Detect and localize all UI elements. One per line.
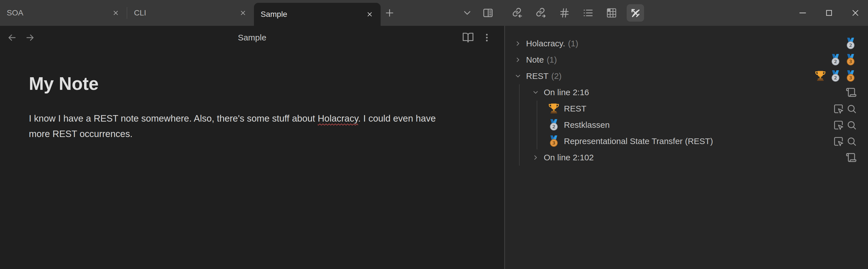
trophy-icon [814,70,827,82]
result-label: Restklassen [564,120,610,130]
tree-match-line-2-102[interactable]: On line 2:102 [505,150,868,166]
editor-pane: Sample My Note I know I have a REST note… [0,26,504,269]
silver-medal-icon: 2 [829,70,842,82]
chevron-right-icon[interactable] [532,154,540,161]
match-actions [846,87,868,98]
tree-group-rest[interactable]: REST (2) 2 3 [505,68,868,84]
trophy-icon [548,103,560,115]
silver-medal-icon: 2 [829,54,842,66]
result-actions [833,104,868,114]
more-options-icon[interactable] [482,33,492,43]
close-tab-icon[interactable] [239,9,247,17]
incoming-links-icon[interactable] [511,7,524,19]
bronze-medal-icon: 3 [844,54,857,66]
main-area: Sample My Note I know I have a REST note… [0,26,868,269]
misspelled-word: Holacracy [317,113,358,124]
svg-text:2: 2 [834,75,837,81]
svg-text:2: 2 [849,43,852,48]
tab-list-chevron-down-icon[interactable] [461,7,473,19]
result-rest[interactable]: REST [505,101,868,117]
outline-list-icon[interactable] [582,7,594,19]
note-title: Sample [238,33,267,43]
tab-sample-active[interactable]: Sample [254,3,381,26]
chevron-down-icon[interactable] [514,73,523,80]
search-icon[interactable] [846,136,857,146]
minimize-icon[interactable] [796,6,809,19]
note-heading: My Note [29,74,468,95]
group-medals: 2 3 [814,70,868,82]
note-linker-crossbow-icon[interactable] [627,4,644,22]
paragraph-text: more REST occurrences. [29,129,132,139]
search-icon[interactable] [846,120,857,130]
bronze-medal-icon: 3 [548,135,560,147]
result-actions [833,136,868,146]
silver-medal-icon: 2 [844,37,857,50]
tree-group-holacracy[interactable]: Holacracy. (1) 2 [505,35,868,52]
tab-label: CLI [134,8,239,18]
close-tab-icon[interactable] [112,9,120,17]
tab-soa[interactable]: SOA [0,0,127,26]
result-label: Representational State Transfer (REST) [564,136,713,146]
forward-arrow-icon[interactable] [25,32,35,43]
tab-label: SOA [7,8,112,18]
chevron-right-icon[interactable] [514,40,523,47]
scroll-to-match-icon[interactable] [846,152,857,163]
app-window: SOA CLI Sample [0,0,868,269]
svg-text:3: 3 [849,75,852,81]
back-arrow-icon[interactable] [7,32,18,43]
svg-text:2: 2 [552,124,555,130]
group-count: (1) [568,39,578,48]
svg-text:3: 3 [849,59,852,64]
paragraph-text: I know I have a REST note somewhere. Als… [29,113,317,124]
svg-text:2: 2 [834,59,837,64]
tree-guideline [537,101,537,150]
group-label: Holacracy. [526,39,565,48]
window-controls [796,0,868,26]
panel-layout-icon[interactable] [482,7,494,19]
tags-hash-icon[interactable] [558,7,570,19]
match-label: On line 2:16 [544,88,589,97]
bronze-medal-icon: 3 [844,70,857,82]
inspect-note-icon[interactable] [833,104,844,114]
nav-history [7,32,35,43]
tab-label: Sample [261,10,366,19]
match-actions [846,152,868,163]
svg-text:3: 3 [552,140,555,146]
editor-header: Sample [0,26,504,49]
outgoing-links-icon[interactable] [535,7,547,19]
tab-bar: SOA CLI Sample [0,0,399,26]
note-paragraph: I know I have a REST note somewhere. Als… [29,111,468,141]
scroll-to-match-icon[interactable] [846,87,857,98]
result-restklassen[interactable]: 2 Restklassen [505,117,868,133]
titlebar: SOA CLI Sample [0,0,868,26]
result-label: REST [564,104,586,113]
group-label: Note [526,55,544,64]
editor-content[interactable]: My Note I know I have a REST note somewh… [0,49,504,141]
close-window-icon[interactable] [849,6,862,19]
maximize-icon[interactable] [823,6,836,19]
group-medals: 2 [844,37,868,50]
result-actions [833,120,868,130]
titlebar-toolbar [461,0,644,26]
tree-guideline [519,84,520,166]
tab-cli[interactable]: CLI [127,0,254,26]
inspect-note-icon[interactable] [833,120,844,130]
reading-mode-book-icon[interactable] [462,32,474,44]
match-label: On line 2:102 [544,153,594,162]
tree-match-line-2-16[interactable]: On line 2:16 [505,84,868,101]
close-tab-icon[interactable] [366,10,374,19]
silver-medal-icon: 2 [548,119,560,131]
group-count: (1) [547,55,557,64]
result-representational-state-transfer[interactable]: 3 Representational State Transfer (REST) [505,133,868,150]
group-count: (2) [551,71,562,81]
link-results-panel: Holacracy. (1) 2 Note (1) 2 3 [505,26,868,269]
tree-group-note[interactable]: Note (1) 2 3 [505,52,868,68]
editor-header-actions [462,32,492,44]
results-tree: Holacracy. (1) 2 Note (1) 2 3 [505,26,868,166]
new-tab-button[interactable] [381,0,399,26]
chevron-right-icon[interactable] [514,56,523,63]
chevron-down-icon[interactable] [532,89,540,96]
inspect-note-icon[interactable] [833,136,844,146]
search-icon[interactable] [846,104,857,114]
table-icon[interactable] [606,7,618,19]
